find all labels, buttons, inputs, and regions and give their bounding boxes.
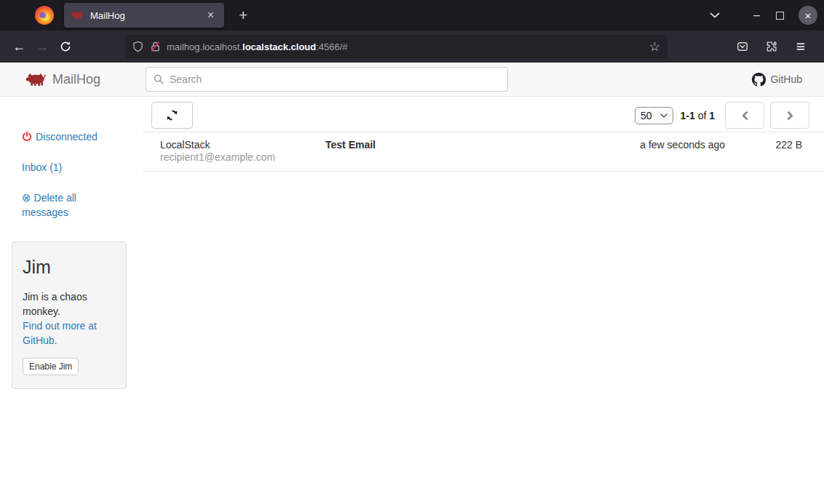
next-page-button[interactable] <box>770 102 809 129</box>
page-size-select[interactable]: 50 <box>635 107 673 124</box>
url-bar[interactable]: mailhog.localhost.localstack.cloud:4566/… <box>125 35 667 58</box>
navbar-right-icons: ≡ <box>731 35 812 58</box>
browser-navbar: ← → mailhog.localhost.localstack.cloud:4… <box>0 31 824 63</box>
back-button[interactable]: ← <box>7 35 31 58</box>
connection-status-label: Disconnected <box>36 131 98 143</box>
message-subject: Test Email <box>325 139 640 163</box>
menu-hamburger-icon[interactable]: ≡ <box>789 35 812 58</box>
refresh-button[interactable] <box>151 102 193 129</box>
jim-panel: Jim Jim is a chaos monkey. Find out more… <box>12 241 127 389</box>
message-recipient: recipient1@example.com <box>160 151 325 163</box>
forward-button: → <box>31 35 54 58</box>
github-octocat-icon <box>752 73 766 87</box>
app-body: Disconnected Inbox (1) ⊗Delete all messa… <box>0 97 824 504</box>
power-icon <box>22 131 32 142</box>
github-label: GitHub <box>770 73 802 85</box>
inbox-label: Inbox (1) <box>22 161 62 173</box>
firefox-icon[interactable] <box>35 6 54 25</box>
message-list-area: 50 1-1 of 1 <box>143 97 824 504</box>
url-prefix: mailhog.localhost. <box>167 41 242 52</box>
permissions-badge-icon[interactable] <box>731 35 754 58</box>
sidebar-item-inbox[interactable]: Inbox (1) <box>22 160 111 175</box>
list-toolbar: 50 1-1 of 1 <box>143 102 824 132</box>
mailhog-logo-icon <box>26 73 46 87</box>
mailhog-favicon-icon <box>71 11 84 20</box>
select-chevron-down-icon <box>660 113 667 118</box>
search-icon <box>154 74 164 84</box>
url-suffix: :4566/# <box>316 41 347 52</box>
window-close-icon: × <box>805 9 812 22</box>
url-text: mailhog.localhost.localstack.cloud:4566/… <box>167 41 348 52</box>
search-box[interactable] <box>146 67 508 92</box>
url-domain: localstack.cloud <box>242 41 316 52</box>
range-values: 1-1 <box>681 110 695 121</box>
brand-title: MailHog <box>52 72 100 87</box>
delete-all-icon: ⊗ <box>22 191 31 204</box>
pagination-controls: 50 1-1 of 1 <box>635 102 809 129</box>
tab-title: MailHog <box>90 10 205 21</box>
pagination-range: 1-1 of 1 <box>681 110 716 121</box>
window-maximize-button[interactable] <box>776 12 784 20</box>
window-close-button[interactable]: × <box>799 6 817 25</box>
sidebar-item-delete-all[interactable]: ⊗Delete all messages <box>22 191 111 220</box>
refresh-icon <box>166 109 178 121</box>
message-size: 222 B <box>725 139 802 163</box>
jim-description: Jim is a chaos monkey. <box>23 289 116 319</box>
jim-title: Jim <box>23 257 116 278</box>
reload-button[interactable] <box>54 35 77 58</box>
message-time: a few seconds ago <box>640 139 725 163</box>
bookmark-star-icon[interactable]: ☆ <box>649 39 660 55</box>
message-row[interactable]: LocalStack recipient1@example.com Test E… <box>143 132 824 172</box>
tracking-shield-icon[interactable] <box>132 41 143 52</box>
extensions-puzzle-icon[interactable] <box>760 35 783 58</box>
window-minimize-button[interactable]: – <box>753 9 760 22</box>
browser-tab[interactable]: MailHog × <box>64 3 224 28</box>
list-tabs-chevron-icon[interactable] <box>710 12 720 18</box>
sidebar: Disconnected Inbox (1) ⊗Delete all messa… <box>0 97 143 504</box>
mailhog-brand[interactable]: MailHog <box>26 72 135 87</box>
page-size-value: 50 <box>641 110 652 121</box>
new-tab-button[interactable]: + <box>239 8 247 23</box>
jim-github-link[interactable]: Find out more at GitHub. <box>23 319 116 348</box>
range-of-label: of <box>698 110 707 121</box>
sidebar-item-connection-status[interactable]: Disconnected <box>22 129 111 144</box>
message-sender-block: LocalStack recipient1@example.com <box>160 139 325 163</box>
browser-titlebar: MailHog × + – × <box>0 0 824 31</box>
chevron-right-icon <box>786 111 794 121</box>
hamburger-glyph: ≡ <box>796 38 805 55</box>
mailhog-header: MailHog GitHub <box>0 63 824 97</box>
insecure-lock-icon[interactable] <box>150 41 161 52</box>
tab-close-icon[interactable]: × <box>205 8 217 23</box>
github-link[interactable]: GitHub <box>752 73 802 87</box>
previous-page-button[interactable] <box>725 102 764 129</box>
search-input[interactable] <box>170 73 500 85</box>
message-sender: LocalStack <box>160 139 325 151</box>
chevron-left-icon <box>741 111 749 121</box>
range-total: 1 <box>709 110 715 121</box>
enable-jim-button[interactable]: Enable Jim <box>23 358 79 375</box>
